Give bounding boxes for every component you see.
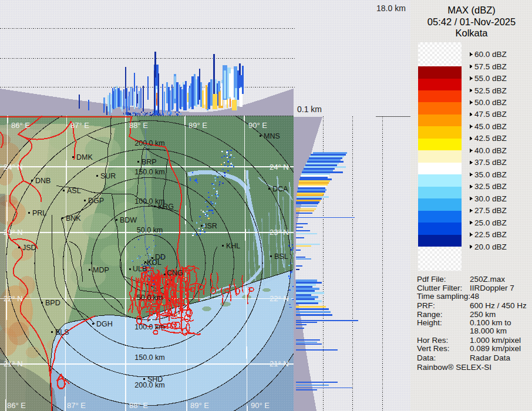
- svg-text:BRP: BRP: [142, 158, 157, 166]
- svg-text:0.1 km: 0.1 km: [297, 105, 322, 114]
- svg-text:22° N: 22° N: [4, 294, 23, 303]
- svg-text:KOL: KOL: [147, 258, 161, 267]
- svg-text:42.5 dBZ: 42.5 dBZ: [474, 134, 507, 143]
- svg-text:ASL: ASL: [67, 187, 81, 195]
- svg-text:BDW: BDW: [120, 216, 137, 224]
- svg-text:20.0 dBZ: 20.0 dBZ: [474, 242, 507, 251]
- svg-text:PRF:: PRF:: [417, 301, 435, 310]
- svg-text:86° E: 86° E: [11, 121, 30, 130]
- svg-text:18.000 km: 18.000 km: [470, 326, 507, 335]
- svg-text:Pdf File:: Pdf File:: [417, 275, 446, 284]
- svg-text:MDP: MDP: [93, 266, 109, 274]
- svg-text:IIRDoppler 7: IIRDoppler 7: [470, 284, 514, 292]
- svg-text:87° E: 87° E: [70, 121, 89, 130]
- svg-text:24° N: 24° N: [270, 163, 289, 171]
- svg-text:89° E: 89° E: [188, 121, 207, 130]
- svg-text:Range:: Range:: [417, 310, 443, 319]
- svg-text:PRL: PRL: [32, 209, 46, 217]
- svg-text:25.0 dBZ: 25.0 dBZ: [474, 218, 507, 227]
- svg-text:40.0 dBZ: 40.0 dBZ: [474, 146, 507, 155]
- svg-text:50.0 km: 50.0 km: [137, 294, 163, 302]
- svg-text:23° N: 23° N: [4, 228, 23, 237]
- svg-text:DMK: DMK: [76, 153, 93, 161]
- svg-text:90° E: 90° E: [251, 401, 270, 410]
- svg-text:50.0 km: 50.0 km: [137, 226, 163, 234]
- svg-text:BPD: BPD: [45, 299, 60, 307]
- svg-text:35.0 dBZ: 35.0 dBZ: [474, 170, 507, 179]
- svg-text:MAX (dBZ): MAX (dBZ): [447, 5, 496, 15]
- svg-text:DNB: DNB: [35, 177, 50, 185]
- svg-text:0.100 km to: 0.100 km to: [470, 318, 511, 327]
- svg-text:ISR: ISR: [205, 222, 217, 230]
- svg-text:Rainbow® SELEX-SI: Rainbow® SELEX-SI: [417, 363, 491, 372]
- svg-text:89° E: 89° E: [190, 401, 209, 410]
- svg-text:Data:: Data:: [417, 353, 436, 362]
- svg-text:600 Hz / 450 Hz: 600 Hz / 450 Hz: [470, 301, 527, 310]
- svg-text:BSL: BSL: [274, 252, 288, 261]
- svg-text:52.5 dBZ: 52.5 dBZ: [474, 86, 507, 95]
- svg-text:100.0 km: 100.0 km: [134, 197, 164, 206]
- svg-text:55.0 dBZ: 55.0 dBZ: [474, 74, 507, 83]
- svg-text:150.0 km: 150.0 km: [134, 168, 164, 176]
- svg-text:MNS: MNS: [264, 132, 280, 140]
- svg-text:200.0 km: 200.0 km: [134, 139, 164, 147]
- svg-text:100.0 km: 100.0 km: [134, 323, 164, 331]
- svg-text:SUR: SUR: [100, 172, 116, 180]
- svg-text:21° N: 21° N: [4, 359, 23, 368]
- svg-text:Height:: Height:: [417, 318, 442, 327]
- svg-text:88° E: 88° E: [129, 401, 148, 410]
- svg-text:JSD: JSD: [22, 244, 36, 252]
- svg-text:250Z.max: 250Z.max: [470, 275, 505, 284]
- svg-text:DGH: DGH: [96, 320, 113, 328]
- svg-text:1.000 km/pixel: 1.000 km/pixel: [470, 336, 521, 345]
- svg-text:27.5 dBZ: 27.5 dBZ: [474, 206, 507, 215]
- svg-text:BLS: BLS: [55, 328, 69, 336]
- svg-text:BNK: BNK: [66, 214, 81, 223]
- svg-text:90° E: 90° E: [248, 121, 267, 130]
- svg-text:ULB: ULB: [133, 265, 147, 273]
- svg-text:22° N: 22° N: [270, 294, 289, 303]
- svg-text:23° N: 23° N: [270, 228, 289, 237]
- svg-text:47.5 dBZ: 47.5 dBZ: [474, 110, 507, 119]
- svg-text:Clutter Filter:: Clutter Filter:: [417, 284, 462, 292]
- svg-text:50.0 dBZ: 50.0 dBZ: [474, 98, 507, 107]
- svg-text:Vert Res:: Vert Res:: [417, 344, 450, 353]
- svg-text:150.0 km: 150.0 km: [134, 353, 164, 362]
- svg-text:KHL: KHL: [226, 242, 240, 250]
- svg-text:45.0 dBZ: 45.0 dBZ: [474, 122, 507, 131]
- svg-text:24° N: 24° N: [4, 163, 23, 171]
- svg-text:Time sampling:48: Time sampling:48: [417, 292, 479, 301]
- svg-text:22.5 dBZ: 22.5 dBZ: [474, 230, 507, 239]
- svg-text:Radar Data: Radar Data: [470, 353, 511, 362]
- svg-text:0.089 km/pixel: 0.089 km/pixel: [470, 344, 521, 353]
- svg-text:18.0 km: 18.0 km: [376, 4, 406, 13]
- svg-text:60.0 dBZ: 60.0 dBZ: [474, 50, 507, 59]
- svg-text:87° E: 87° E: [67, 401, 86, 410]
- svg-text:Hor Res:: Hor Res:: [417, 336, 448, 345]
- svg-text:250 km: 250 km: [470, 310, 496, 319]
- svg-text:05:42 / 01-Nov-2025: 05:42 / 01-Nov-2025: [427, 16, 516, 27]
- svg-text:DGP: DGP: [88, 197, 104, 205]
- svg-text:32.5 dBZ: 32.5 dBZ: [474, 182, 507, 191]
- svg-text:37.5 dBZ: 37.5 dBZ: [474, 158, 507, 167]
- svg-text:86° E: 86° E: [7, 401, 26, 410]
- svg-text:57.5 dBZ: 57.5 dBZ: [474, 62, 507, 71]
- svg-text:21° N: 21° N: [270, 359, 289, 368]
- svg-text:88° E: 88° E: [129, 121, 148, 130]
- svg-text:DCA: DCA: [272, 185, 288, 193]
- svg-text:Kolkata: Kolkata: [455, 28, 488, 38]
- svg-text:200.0 km: 200.0 km: [134, 381, 164, 389]
- svg-text:30.0 dBZ: 30.0 dBZ: [474, 194, 507, 203]
- svg-text:CNG: CNG: [167, 269, 183, 277]
